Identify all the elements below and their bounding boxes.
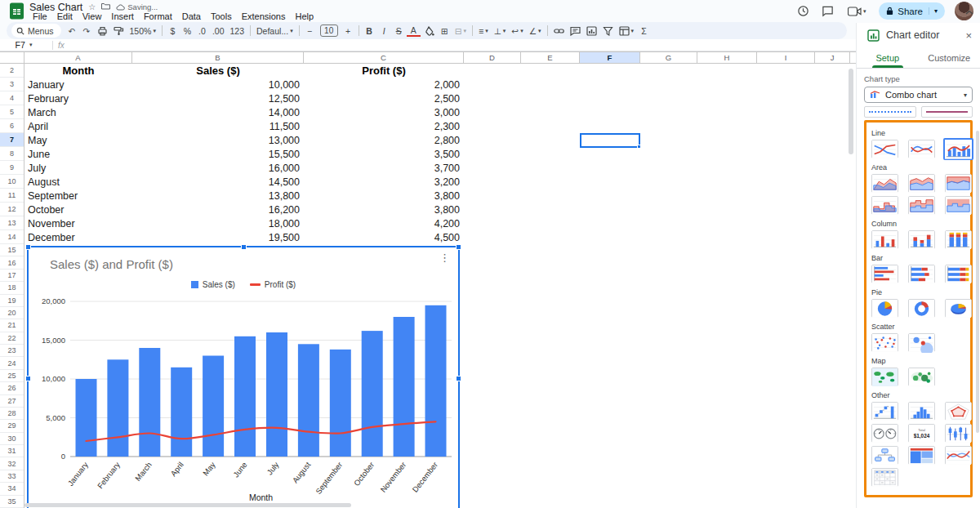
column-header-a[interactable]: A [24,52,132,63]
cell[interactable]: 3,200 [304,175,464,189]
collapse-toolbar-icon[interactable] [965,3,973,18]
chart-type-thumb-waterfall[interactable] [871,402,898,421]
select-all-corner[interactable] [0,52,24,63]
chart-type-thumb-combo[interactable] [943,138,973,160]
increase-font-size-button[interactable]: + [341,24,355,38]
star-icon[interactable]: ☆ [88,3,96,11]
cell[interactable]: 13,800 [132,189,304,203]
font-size-input[interactable]: 10 [318,24,341,38]
more-formats-button[interactable]: 123 [228,24,247,38]
column-header-b[interactable]: B [132,52,304,63]
chart-type-thumb-step-100[interactable] [945,196,972,215]
row-header-21[interactable]: 21 [0,319,24,332]
cell[interactable]: 2,000 [304,78,464,91]
table-views-button[interactable]: ▾ [617,24,637,38]
meet-icon[interactable]: ▾ [844,4,869,19]
strikethrough-button[interactable]: S [392,24,406,38]
italic-button[interactable]: I [377,24,391,38]
cell[interactable]: 12,500 [132,91,304,105]
insert-comment-button[interactable] [568,24,583,38]
column-header-i[interactable]: I [757,52,815,63]
chart-type-thumb-step-stacked[interactable] [908,196,935,215]
menu-format[interactable]: Format [139,11,177,22]
chart-handle[interactable] [456,244,461,250]
functions-button[interactable]: Σ [637,24,651,38]
cell[interactable]: June [24,147,132,161]
chart-type-thumb-histogram[interactable] [908,402,935,421]
panel-scrollbar[interactable] [976,131,979,433]
font-select[interactable]: Defaul...▾ [254,24,296,38]
row-header-4[interactable]: 4 [0,91,24,105]
chart-type-thumb-pie3d[interactable] [945,299,972,318]
decrease-font-size-button[interactable]: − [303,24,317,38]
close-icon[interactable]: × [965,29,972,42]
row-header-10[interactable]: 10 [0,175,24,189]
text-rotation-button[interactable]: ∠▾ [527,24,544,38]
chart-type-thumb-column-stacked[interactable] [908,230,935,249]
row-header-6[interactable]: 6 [0,119,24,133]
menu-help[interactable]: Help [290,11,318,22]
column-header-h[interactable]: H [697,52,757,63]
chart-handle[interactable] [241,244,247,250]
chart-type-thumb-area-100[interactable] [945,174,972,193]
chart-type-thumb-step-area[interactable] [871,196,898,215]
redo-button[interactable]: ↷ [80,24,94,38]
cell[interactable]: 3,000 [304,105,464,119]
cell[interactable]: September [24,189,132,203]
cell[interactable]: 3,700 [304,161,464,175]
row-header-26[interactable]: 26 [0,382,24,394]
chart-type-thumb-timeline[interactable] [945,446,972,465]
row-header-24[interactable]: 24 [0,357,24,369]
chart-type-thumb-bar-stacked[interactable] [908,265,935,283]
cell[interactable]: 2,300 [304,119,464,133]
chart-type-thumb-geo-markers[interactable] [908,368,935,386]
row-header-29[interactable]: 29 [0,420,24,432]
selected-cell[interactable] [580,133,640,148]
cell[interactable]: 18,000 [132,216,304,230]
chart-type-thumb-column[interactable] [871,230,898,249]
chart-type-thumb-area-stacked[interactable] [908,174,935,193]
menu-extensions[interactable]: Extensions [237,11,291,22]
row-header-9[interactable]: 9 [0,161,24,175]
column-header-d[interactable]: D [464,52,521,63]
menu-edit[interactable]: Edit [52,11,78,22]
menu-file[interactable]: File [28,11,52,22]
chart-type-thumb-bar-100[interactable] [945,265,972,283]
chart-type-thumb-pie[interactable] [871,299,898,318]
cell[interactable]: 13,000 [132,133,304,147]
horizontal-align-button[interactable]: ≡▾ [476,24,491,38]
print-button[interactable] [95,24,110,38]
cell[interactable]: August [24,175,132,189]
row-header-19[interactable]: 19 [0,295,24,307]
column-header-g[interactable]: G [640,52,697,63]
chart-type-thumb-radar[interactable] [945,402,972,421]
chart-type-thumb-table[interactable] [871,468,898,487]
row-header-31[interactable]: 31 [0,445,24,457]
row-header-5[interactable]: 5 [0,105,24,119]
cell[interactable]: January [24,78,132,91]
cell[interactable]: Month [24,64,132,78]
chart-handle[interactable] [25,244,31,250]
increase-decimals-button[interactable]: .00 [210,24,227,38]
row-header-18[interactable]: 18 [0,282,24,294]
tab-customize[interactable]: Customize [919,47,980,68]
row-header-13[interactable]: 13 [0,216,24,230]
merge-cells-button[interactable]: ⊟▾ [452,24,469,38]
borders-button[interactable]: ⊞ [438,24,452,38]
cell[interactable]: 2,500 [304,91,464,105]
chart-type-thumb-bar[interactable] [871,265,898,283]
cell[interactable]: February [24,91,132,105]
column-header-c[interactable]: C [304,52,464,63]
cell[interactable]: 15,500 [132,147,304,161]
chart-type-thumb-bubble[interactable] [908,333,935,352]
vertical-scrollbar[interactable] [849,69,853,154]
menu-data[interactable]: Data [177,11,206,22]
row-header-12[interactable]: 12 [0,203,24,216]
cell[interactable]: 11,500 [132,119,304,133]
menu-view[interactable]: View [78,11,107,22]
create-filter-button[interactable] [600,24,616,38]
chart-type-thumb-line-basic[interactable] [871,140,898,158]
text-wrap-button[interactable]: ↩▾ [509,24,525,38]
row-header-35[interactable]: 35 [0,496,24,508]
row-header-33[interactable]: 33 [0,470,24,483]
